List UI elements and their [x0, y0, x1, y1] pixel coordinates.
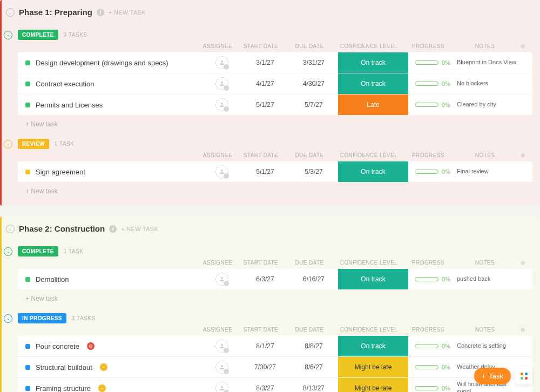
progress-pct: 0%	[442, 102, 450, 108]
progress-pct: 0%	[442, 276, 450, 282]
confidence-cell[interactable]: On track	[338, 269, 408, 289]
progress-cell[interactable]: 0%	[408, 80, 457, 87]
new-task-link[interactable]: + New task	[18, 115, 532, 130]
confidence-cell[interactable]: Might be late	[338, 357, 408, 377]
task-row[interactable]: Permits and Licenses 5/1/27 5/7/27 Late …	[18, 94, 532, 115]
status-square-icon	[25, 103, 30, 107]
progress-cell[interactable]: 0%	[408, 385, 457, 391]
task-note[interactable]: No blockers	[457, 80, 522, 87]
add-column-icon[interactable]: ⊕	[517, 260, 528, 266]
confidence-cell[interactable]: On track	[338, 52, 408, 73]
assignee-avatar[interactable]	[215, 361, 228, 374]
status-square-icon	[25, 277, 30, 282]
priority-badge-icon: ⊖	[87, 342, 94, 350]
apps-grid-button[interactable]	[515, 367, 532, 384]
new-task-link[interactable]: + New task	[18, 289, 532, 305]
confidence-cell[interactable]: Might be late	[338, 378, 408, 392]
confidence-cell[interactable]: Late	[338, 94, 408, 115]
task-row[interactable]: Demolition 6/3/27 6/16/27 On track 0% pu…	[18, 269, 532, 289]
start-date[interactable]: 6/3/27	[241, 275, 289, 283]
task-row[interactable]: Contract execution 4/1/27 4/30/27 On tra…	[18, 73, 532, 94]
collapse-phase-icon[interactable]: ⌄	[6, 225, 15, 233]
phase-title: Phase 1: Preparing	[19, 8, 92, 17]
progress-cell[interactable]: 0%	[408, 343, 457, 349]
start-date[interactable]: 3/1/27	[241, 59, 289, 66]
start-date[interactable]: 8/3/27	[241, 384, 289, 392]
due-date[interactable]: 8/6/27	[289, 363, 338, 371]
due-date[interactable]: 5/3/27	[289, 168, 338, 175]
due-date[interactable]: 4/30/27	[289, 80, 338, 87]
assignee-avatar[interactable]	[215, 165, 228, 178]
task-row[interactable]: Design development (drawings and specs) …	[18, 52, 532, 73]
confidence-cell[interactable]: On track	[338, 161, 408, 182]
task-row[interactable]: Structural buildout − 7/30/27 8/6/27 Mig…	[18, 357, 532, 378]
task-row[interactable]: Pour concrete ⊖ 8/1/27 8/8/27 On track 0…	[18, 336, 532, 357]
task-note[interactable]: Blueprint in Docs View	[457, 59, 522, 66]
task-note[interactable]: Final review	[457, 168, 522, 175]
start-date[interactable]: 7/30/27	[241, 363, 289, 371]
confidence-cell[interactable]: On track	[338, 336, 408, 356]
progress-cell[interactable]: 0%	[408, 276, 457, 282]
add-column-icon[interactable]: ⊕	[517, 43, 528, 49]
progress-bar	[415, 82, 438, 86]
info-icon[interactable]: i	[109, 225, 117, 233]
col-notes: NOTES	[453, 260, 517, 266]
due-date[interactable]: 8/13/27	[289, 384, 338, 392]
collapse-section-icon[interactable]: ⌄	[4, 247, 12, 256]
status-pill[interactable]: COMPLETE	[18, 30, 58, 40]
task-note[interactable]: pushed back	[457, 275, 522, 283]
collapse-section-icon[interactable]: ⌄	[4, 140, 12, 148]
collapse-phase-icon[interactable]: ⌄	[6, 8, 15, 17]
progress-pct: 0%	[442, 168, 450, 175]
task-row[interactable]: Framing structure − 8/3/27 8/13/27 Might…	[18, 378, 532, 392]
confidence-cell[interactable]: On track	[338, 73, 408, 94]
due-date[interactable]: 6/16/27	[289, 275, 338, 283]
collapse-section-icon[interactable]: ⌄	[4, 314, 12, 323]
grid-icon	[521, 373, 528, 380]
progress-cell[interactable]: 0%	[408, 364, 457, 370]
progress-cell[interactable]: 0%	[408, 102, 457, 108]
col-due: DUE DATE	[285, 43, 334, 49]
add-column-icon[interactable]: ⊕	[517, 152, 528, 158]
plus-icon: +	[482, 372, 486, 380]
assignee-avatar[interactable]	[215, 340, 228, 353]
due-date[interactable]: 8/8/27	[289, 342, 338, 350]
task-note[interactable]: Concrete is setting	[457, 342, 522, 350]
start-date[interactable]: 5/1/27	[241, 101, 289, 109]
col-confidence: CONFIDENCE LEVEL	[334, 152, 404, 158]
progress-bar	[415, 60, 438, 65]
assignee-avatar[interactable]	[215, 77, 228, 90]
new-task-link[interactable]: + NEW TASK	[109, 9, 146, 16]
col-start: START DATE	[237, 43, 285, 49]
due-date[interactable]: 3/31/27	[289, 59, 338, 66]
status-square-icon	[25, 365, 30, 370]
progress-pct: 0%	[442, 59, 450, 66]
assignee-avatar[interactable]	[215, 98, 228, 111]
start-date[interactable]: 8/1/27	[241, 342, 289, 350]
assignee-avatar[interactable]	[215, 382, 228, 392]
add-column-icon[interactable]: ⊕	[517, 327, 528, 333]
col-progress: PROGRESS	[404, 152, 453, 158]
new-task-link[interactable]: + NEW TASK	[121, 226, 158, 232]
progress-bar	[415, 365, 438, 369]
info-icon[interactable]: i	[97, 9, 104, 16]
status-pill[interactable]: IN PROGRESS	[18, 313, 66, 323]
task-count: 3 TASKS	[72, 315, 96, 321]
progress-cell[interactable]: 0%	[408, 59, 457, 66]
new-task-link[interactable]: + New task	[18, 182, 532, 197]
assignee-avatar[interactable]	[215, 273, 228, 286]
progress-cell[interactable]: 0%	[408, 168, 457, 175]
status-pill[interactable]: COMPLETE	[18, 246, 58, 256]
start-date[interactable]: 5/1/27	[241, 168, 289, 175]
task-row[interactable]: Sign agreement 5/1/27 5/3/27 On track 0%…	[18, 161, 532, 182]
col-start: START DATE	[237, 327, 285, 333]
svg-point-5	[221, 344, 223, 346]
assignee-avatar[interactable]	[215, 56, 228, 69]
collapse-section-icon[interactable]: ⌄	[4, 31, 12, 39]
start-date[interactable]: 4/1/27	[241, 80, 289, 87]
due-date[interactable]: 5/7/27	[289, 101, 338, 109]
status-pill[interactable]: REVIEW	[18, 139, 49, 149]
task-note[interactable]: Cleared by city	[457, 101, 522, 109]
new-task-fab[interactable]: + Task	[474, 368, 511, 384]
col-assignee: ASSIGNEE	[199, 43, 237, 49]
